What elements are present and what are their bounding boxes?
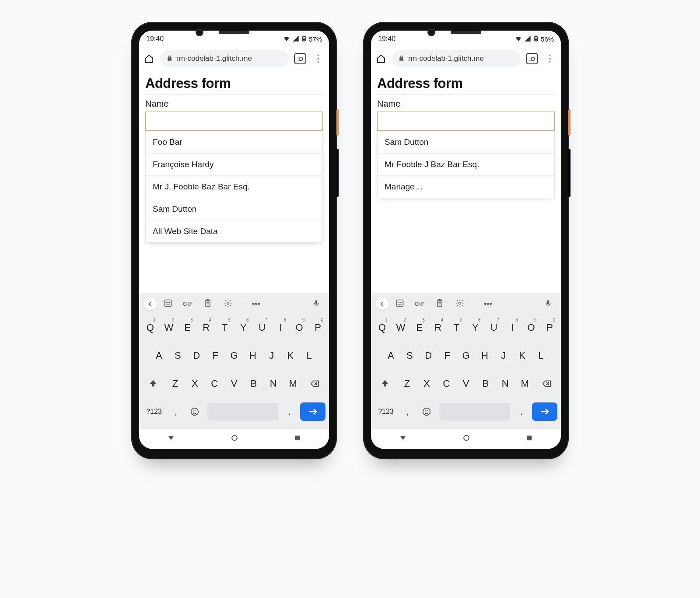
key-E[interactable]: 3E [179, 316, 196, 339]
keyboard-collapse-button[interactable] [375, 297, 388, 311]
autofill-suggestion[interactable]: Sam Dutton [146, 198, 322, 220]
key-comma[interactable]: , [168, 400, 183, 423]
autofill-suggestion[interactable]: Manage… [378, 175, 554, 198]
more-icon[interactable]: ••• [480, 300, 497, 309]
overflow-menu-icon[interactable]: ⋮ [312, 53, 325, 64]
autofill-suggestion[interactable]: All Web Site Data [146, 220, 322, 242]
volume-button[interactable] [336, 149, 339, 197]
gear-icon[interactable] [219, 299, 237, 310]
key-shift[interactable] [374, 372, 396, 395]
key-G[interactable]: G [458, 344, 474, 367]
key-period[interactable]: . [282, 400, 297, 423]
key-F[interactable]: F [207, 344, 224, 367]
name-input[interactable] [377, 112, 555, 131]
key-J[interactable]: J [495, 344, 511, 367]
key-V[interactable]: V [226, 372, 243, 395]
key-O[interactable]: 9O [523, 316, 539, 339]
key-emoji[interactable] [418, 400, 435, 423]
gear-icon[interactable] [451, 299, 469, 310]
name-input[interactable] [145, 112, 323, 131]
nav-home-icon[interactable] [230, 434, 239, 444]
key-H[interactable]: H [245, 344, 261, 367]
key-emoji[interactable] [186, 400, 203, 423]
key-L[interactable]: L [533, 344, 549, 367]
key-Y[interactable]: 6Y [235, 316, 252, 339]
autofill-suggestion[interactable]: Mr J. Fooble Baz Bar Esq. [146, 175, 322, 198]
key-enter[interactable] [532, 402, 557, 421]
tab-switcher[interactable]: :D [526, 53, 538, 64]
key-I[interactable]: 8I [504, 316, 521, 339]
key-E[interactable]: 3E [411, 316, 427, 339]
clipboard-icon[interactable] [431, 299, 448, 310]
volume-button[interactable] [568, 149, 570, 197]
gif-button[interactable]: GIF [179, 301, 196, 307]
key-period[interactable]: . [514, 400, 529, 423]
sticker-icon[interactable] [159, 299, 177, 310]
key-backspace[interactable] [304, 372, 326, 395]
key-J[interactable]: J [263, 344, 280, 367]
key-S[interactable]: S [402, 344, 418, 367]
key-A[interactable]: A [151, 344, 167, 367]
sticker-icon[interactable] [391, 299, 409, 310]
overflow-menu-icon[interactable]: ⋮ [543, 53, 556, 64]
key-Z[interactable]: Z [399, 372, 416, 395]
home-icon[interactable] [144, 53, 155, 64]
key-R[interactable]: 4R [198, 316, 214, 339]
key-comma[interactable]: , [400, 400, 415, 423]
key-backspace[interactable] [536, 372, 558, 395]
key-U[interactable]: 7U [486, 316, 502, 339]
nav-recent-icon[interactable] [525, 434, 533, 444]
tab-switcher[interactable]: :D [294, 53, 306, 64]
autofill-suggestion[interactable]: Sam Dutton [378, 131, 554, 153]
nav-back-icon[interactable] [167, 434, 175, 444]
key-space[interactable] [439, 403, 510, 420]
key-shift[interactable] [142, 372, 164, 395]
key-N[interactable]: N [497, 372, 514, 395]
nav-home-icon[interactable] [462, 434, 471, 444]
url-bar[interactable]: rm-codelab-1.glitch.me [160, 50, 289, 67]
key-B[interactable]: B [245, 372, 262, 395]
key-X[interactable]: X [418, 372, 435, 395]
key-D[interactable]: D [420, 344, 437, 367]
key-M[interactable]: M [284, 372, 301, 395]
more-icon[interactable]: ••• [248, 300, 265, 309]
key-T[interactable]: 5T [217, 316, 233, 339]
key-P[interactable]: 0P [310, 316, 326, 339]
gif-button[interactable]: GIF [411, 301, 428, 307]
home-icon[interactable] [375, 53, 387, 64]
key-T[interactable]: 5T [448, 316, 465, 339]
key-U[interactable]: 7U [254, 316, 270, 339]
key-V[interactable]: V [458, 372, 475, 395]
nav-back-icon[interactable] [399, 434, 407, 444]
key-P[interactable]: 0P [542, 316, 558, 339]
key-G[interactable]: G [226, 344, 242, 367]
power-button[interactable] [336, 109, 339, 136]
key-H[interactable]: H [476, 344, 493, 367]
key-Q[interactable]: 1Q [374, 316, 390, 339]
key-M[interactable]: M [516, 372, 533, 395]
url-bar[interactable]: rm-codelab-1.glitch.me [392, 50, 521, 67]
key-Y[interactable]: 6Y [467, 316, 483, 339]
key-D[interactable]: D [189, 344, 205, 367]
key-F[interactable]: F [439, 344, 455, 367]
mic-icon[interactable] [308, 299, 325, 309]
clipboard-icon[interactable] [199, 299, 217, 310]
key-K[interactable]: K [282, 344, 298, 367]
key-Z[interactable]: Z [167, 372, 184, 395]
key-O[interactable]: 9O [291, 316, 308, 339]
key-Q[interactable]: 1Q [142, 316, 158, 339]
key-C[interactable]: C [438, 372, 455, 395]
key-X[interactable]: X [186, 372, 203, 395]
nav-recent-icon[interactable] [294, 434, 301, 444]
key-R[interactable]: 4R [430, 316, 446, 339]
key-symbols[interactable]: ?123 [142, 400, 166, 423]
keyboard-collapse-button[interactable] [144, 297, 157, 311]
key-S[interactable]: S [170, 344, 186, 367]
key-L[interactable]: L [301, 344, 317, 367]
key-A[interactable]: A [383, 344, 399, 367]
key-symbols[interactable]: ?123 [374, 400, 398, 423]
autofill-suggestion[interactable]: Françoise Hardy [146, 153, 322, 175]
key-I[interactable]: 8I [273, 316, 289, 339]
key-C[interactable]: C [206, 372, 223, 395]
key-K[interactable]: K [514, 344, 530, 367]
